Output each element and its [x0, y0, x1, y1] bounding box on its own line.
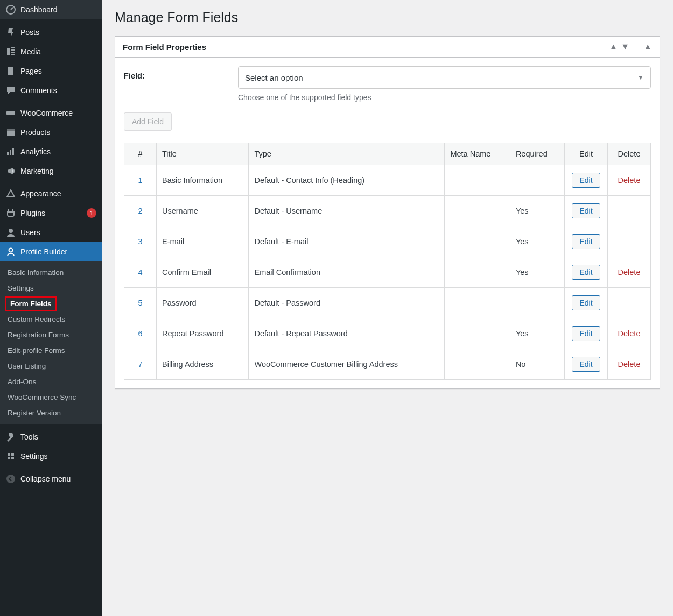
- analytics-icon: [5, 146, 16, 157]
- collapse-icon: [5, 473, 16, 484]
- edit-button[interactable]: Edit: [572, 234, 600, 249]
- comment-icon: [5, 85, 16, 96]
- caret-down-icon: ▼: [637, 74, 644, 81]
- sidebar-item-label: Comments: [20, 86, 96, 95]
- cell-type: WooCommerce Customer Billing Address: [249, 349, 445, 380]
- col-header-meta: Meta Name: [445, 143, 510, 165]
- table-row: 5PasswordDefault - PasswordEdit: [124, 288, 651, 318]
- marketing-icon: [5, 166, 16, 176]
- sidebar-item-media[interactable]: Media: [0, 42, 102, 61]
- move-up-icon[interactable]: ▲: [609, 42, 618, 52]
- col-header-title: Title: [157, 143, 249, 165]
- submenu-item-add-ons[interactable]: Add-Ons: [0, 374, 102, 390]
- cell-required: Yes: [510, 318, 564, 349]
- cell-edit: Edit: [565, 288, 608, 318]
- postbox-body: Field: Select an option ▼ Choose one of …: [115, 58, 660, 388]
- submenu-item-register-version[interactable]: Register Version: [0, 405, 102, 421]
- cell-title: E-mail: [157, 226, 249, 257]
- sidebar-item-products[interactable]: Products: [0, 123, 102, 142]
- sidebar-item-label: Analytics: [20, 147, 96, 156]
- sidebar-item-label: Profile Builder: [20, 247, 96, 256]
- sidebar-item-posts[interactable]: Posts: [0, 23, 102, 42]
- sidebar-item-profile-builder[interactable]: Profile Builder: [0, 242, 102, 261]
- sidebar-item-tools[interactable]: Tools: [0, 427, 102, 447]
- sidebar-item-woocommerce[interactable]: WooCommerce: [0, 103, 102, 123]
- sidebar-item-label: Posts: [20, 28, 96, 37]
- tools-icon: [5, 431, 16, 442]
- sidebar-item-users[interactable]: Users: [0, 223, 102, 242]
- table-row: 7Billing AddressWooCommerce Customer Bil…: [124, 349, 651, 380]
- col-header-type: Type: [249, 143, 445, 165]
- page-icon: [5, 66, 16, 76]
- edit-button[interactable]: Edit: [572, 265, 600, 280]
- sidebar-item-label: Marketing: [20, 167, 96, 175]
- cell-num: 1: [124, 165, 157, 196]
- field-help-text: Choose one of the supported field types: [238, 93, 651, 102]
- admin-sidebar: DashboardPostsMediaPagesCommentsWooComme…: [0, 0, 102, 616]
- edit-button[interactable]: Edit: [572, 295, 600, 310]
- cell-delete: [608, 288, 651, 318]
- delete-link[interactable]: Delete: [618, 329, 641, 338]
- sidebar-item-pages[interactable]: Pages: [0, 61, 102, 81]
- cell-meta: [445, 349, 510, 380]
- sidebar-item-comments[interactable]: Comments: [0, 81, 102, 100]
- move-down-icon[interactable]: ▼: [621, 42, 629, 52]
- cell-edit: Edit: [565, 226, 608, 257]
- cell-type: Default - Password: [249, 288, 445, 318]
- cell-type: Default - E-mail: [249, 226, 445, 257]
- cell-edit: Edit: [565, 257, 608, 288]
- sidebar-item-plugins[interactable]: Plugins1: [0, 203, 102, 223]
- plugins-icon: [5, 208, 16, 218]
- sidebar-item-label: Settings: [20, 452, 96, 461]
- cell-required: No: [510, 349, 564, 380]
- sidebar-item-label: Plugins: [20, 209, 80, 217]
- submenu-item-form-fields[interactable]: Form Fields: [5, 296, 57, 311]
- sidebar-item-dashboard[interactable]: Dashboard: [0, 0, 102, 19]
- field-type-select[interactable]: Select an option ▼: [238, 66, 651, 89]
- delete-link[interactable]: Delete: [618, 176, 641, 185]
- cell-num: 3: [124, 226, 157, 257]
- cell-edit: Edit: [565, 165, 608, 196]
- table-header-row: # Title Type Meta Name Required Edit Del…: [124, 143, 651, 165]
- delete-link[interactable]: Delete: [618, 268, 641, 277]
- edit-button[interactable]: Edit: [572, 203, 600, 218]
- sidebar-item-marketing[interactable]: Marketing: [0, 161, 102, 181]
- cell-meta: [445, 165, 510, 196]
- cell-required: Yes: [510, 196, 564, 226]
- submenu-item-user-listing[interactable]: User Listing: [0, 358, 102, 374]
- submenu-item-settings[interactable]: Settings: [0, 280, 102, 296]
- dashboard-icon: [5, 4, 16, 15]
- cell-num: 5: [124, 288, 157, 318]
- add-field-button[interactable]: Add Field: [124, 112, 172, 131]
- submenu-item-custom-redirects[interactable]: Custom Redirects: [0, 311, 102, 327]
- submenu-item-basic-information[interactable]: Basic Information: [0, 265, 102, 280]
- sidebar-item-appearance[interactable]: Appearance: [0, 184, 102, 203]
- edit-button[interactable]: Edit: [572, 326, 600, 341]
- settings-icon: [5, 451, 16, 462]
- sidebar-item-collapse-menu[interactable]: Collapse menu: [0, 469, 102, 488]
- cell-meta: [445, 288, 510, 318]
- submenu-item-registration-forms[interactable]: Registration Forms: [0, 327, 102, 343]
- appearance-icon: [5, 188, 16, 199]
- cell-title: Billing Address: [157, 349, 249, 380]
- delete-link[interactable]: Delete: [618, 360, 641, 369]
- products-icon: [5, 127, 16, 138]
- sidebar-item-label: Appearance: [20, 189, 96, 198]
- cell-title: Basic Information: [157, 165, 249, 196]
- cell-num: 4: [124, 257, 157, 288]
- cell-type: Default - Contact Info (Heading): [249, 165, 445, 196]
- cell-edit: Edit: [565, 349, 608, 380]
- sidebar-item-analytics[interactable]: Analytics: [0, 142, 102, 161]
- sidebar-item-label: WooCommerce: [20, 109, 96, 117]
- sidebar-item-settings[interactable]: Settings: [0, 447, 102, 466]
- cell-meta: [445, 257, 510, 288]
- submenu-item-edit-profile-forms[interactable]: Edit-profile Forms: [0, 343, 102, 358]
- users-icon: [5, 227, 16, 238]
- toggle-icon[interactable]: ▲: [643, 42, 652, 52]
- col-header-required: Required: [510, 143, 564, 165]
- edit-button[interactable]: Edit: [572, 357, 600, 372]
- edit-button[interactable]: Edit: [572, 173, 600, 188]
- field-label: Field:: [124, 66, 232, 80]
- sidebar-submenu: Basic InformationSettingsForm FieldsCust…: [0, 261, 102, 424]
- submenu-item-woocommerce-sync[interactable]: WooCommerce Sync: [0, 390, 102, 405]
